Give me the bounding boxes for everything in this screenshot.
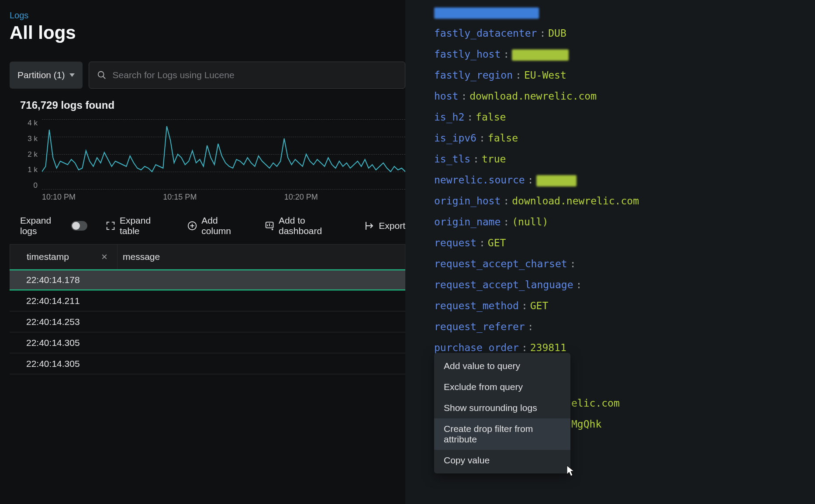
svg-point-0 [98,72,104,77]
breadcrumb[interactable]: Logs [10,10,405,21]
table-row[interactable]: 22:40:14.253 [10,311,405,332]
expand-logs-toggle[interactable]: Expand logs [20,215,87,236]
export-icon [364,221,374,231]
chart-x-axis: 10:10 PM 10:15 PM 10:20 PM [42,193,405,202]
separator: : [477,132,488,144]
plus-circle-icon [187,221,197,231]
attribute-value[interactable]: true [482,153,506,165]
attribute-value[interactable]: 239811 [530,342,566,353]
chart-y-axis: 4 k 3 k 2 k 1 k 0 [20,119,38,189]
partition-label: Partition (1) [17,70,65,80]
attribute-row[interactable]: request_accept_language: [434,274,815,295]
attribute-key: fastly_region [434,69,513,81]
separator: : [573,279,585,290]
column-message[interactable]: message [117,252,160,262]
attribute-value[interactable]: GET [530,300,549,311]
redacted-value [434,7,539,19]
attribute-row[interactable]: request:GET [434,232,815,253]
table-row[interactable]: 22:40:14.305 [10,332,405,353]
separator: : [470,153,482,165]
context-menu-item[interactable]: Add value to query [434,356,570,376]
search-box[interactable] [89,62,405,89]
separator: : [501,48,512,60]
separator: : [519,342,530,353]
attribute-value[interactable]: download.newrelic.com [512,195,639,207]
attribute-key: is_h2 [434,111,464,123]
attribute-key: host [434,90,458,102]
attribute-key: purchase_order [434,342,519,353]
attribute-row[interactable]: is_ipv6:false [434,128,815,148]
attribute-row[interactable]: fastly_datacenter:DUB [434,23,815,44]
separator: : [464,111,476,123]
attribute-key: fastly_datacenter [434,28,537,39]
attribute-row[interactable]: fastly_region:EU-West [434,65,815,86]
attribute-value[interactable]: EU-West [524,69,566,81]
separator: : [501,195,512,207]
dashboard-icon [265,221,274,231]
chevron-down-icon [69,73,75,77]
attribute-key: request_referer [434,321,525,332]
table-row[interactable]: 22:40:14.178 [10,269,405,290]
search-icon [97,70,107,80]
add-to-dashboard-button[interactable]: Add to dashboard [265,215,346,236]
attribute-row[interactable]: origin_name:(null) [434,211,815,232]
logs-count: 716,729 logs found [20,99,405,111]
attribute-value[interactable]: (null) [512,216,548,228]
column-timestamp[interactable]: timestamp × [10,245,117,269]
attribute-value[interactable]: false [476,111,506,123]
attribute-value[interactable]: false [488,132,518,144]
attribute-row[interactable]: request_referer: [434,316,815,337]
context-menu-item[interactable]: Show surrounding logs [434,397,570,418]
separator: : [501,216,512,228]
redacted-value [536,175,577,186]
add-column-button[interactable]: Add column [187,215,246,236]
partial-value: MgQhk [571,418,601,430]
expand-table-button[interactable]: Expand table [106,215,169,236]
logs-timeline-chart[interactable]: 4 k 3 k 2 k 1 k 0 10:10 PM 10:15 PM 10:2… [20,119,405,202]
partition-dropdown[interactable]: Partition (1) [10,62,83,89]
attribute-key: is_ipv6 [434,132,477,144]
attribute-row[interactable]: fastly_host: [434,44,815,65]
table-row[interactable]: 22:40:14.211 [10,290,405,311]
attribute-key: request_method [434,300,519,311]
attribute-value[interactable]: GET [488,237,506,249]
close-icon[interactable]: × [101,251,107,263]
attribute-value[interactable]: download.newrelic.com [470,90,597,102]
separator: : [525,321,536,332]
svg-line-1 [103,76,105,79]
context-menu-item[interactable]: Copy value [434,450,570,471]
separator: : [567,258,579,269]
attribute-row[interactable]: request_accept_charset: [434,253,815,274]
attribute-key: origin_name [434,216,501,228]
page-title: All logs [10,22,405,43]
attribute-row[interactable]: is_h2:false [434,107,815,128]
attribute-row[interactable]: origin_host:download.newrelic.com [434,190,815,211]
attribute-key: is_tls [434,153,470,165]
attribute-row[interactable]: newrelic.source: [434,169,815,190]
separator: : [513,69,524,81]
separator: : [458,90,470,102]
attribute-row[interactable]: host:download.newrelic.com [434,86,815,107]
separator: : [477,237,488,249]
attribute-key: request [434,237,477,249]
attribute-key: origin_host [434,195,501,207]
attribute-key: newrelic.source [434,174,525,186]
export-button[interactable]: Export [364,221,405,231]
table-row[interactable]: 22:40:14.305 [10,353,405,374]
chart-line [42,119,405,189]
attribute-row[interactable]: request_method:GET [434,295,815,316]
attribute-value[interactable]: DUB [548,28,566,39]
context-menu-item[interactable]: Create drop filter from attribute [434,418,570,450]
attribute-key: fastly_host [434,48,501,60]
toggle-icon[interactable] [71,221,87,231]
separator: : [537,28,548,39]
context-menu-item[interactable]: Exclude from query [434,376,570,397]
attribute-row[interactable]: is_tls:true [434,148,815,169]
attribute-context-menu: Add value to queryExclude from queryShow… [434,353,570,473]
attribute-key: request_accept_charset [434,258,567,269]
expand-icon [106,221,115,231]
partial-value: elic.com [571,397,620,409]
search-input[interactable] [113,70,397,80]
attribute-key: request_accept_language [434,279,573,290]
separator: : [519,300,530,311]
